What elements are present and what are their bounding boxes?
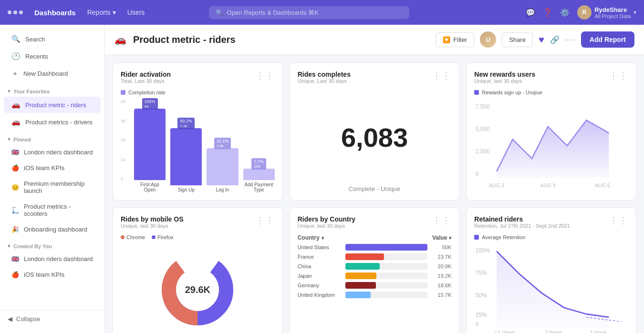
card-subtitle: Unique, last 30 days <box>298 223 355 229</box>
bar-wrap-4: 7.7%293 Add Payment Type <box>243 169 275 192</box>
country-value: 20.9K <box>432 263 451 269</box>
search-icon: 🔍 <box>216 9 223 16</box>
chart-legend: Completion rate <box>121 90 275 95</box>
country-name: United States <box>298 244 341 250</box>
card-title: Rider activation <box>121 71 171 78</box>
card-menu-icon[interactable]: ⋮⋮ <box>609 215 628 226</box>
sidebar-item-london[interactable]: 🇬🇧 London riders dashboard <box>4 145 101 160</box>
help-icon[interactable]: ❓ <box>543 8 552 17</box>
sidebar-item-scooters[interactable]: 🛴 Product metrics - scooters <box>4 199 101 221</box>
nav-users[interactable]: Users <box>127 9 145 16</box>
created-section[interactable]: ▾ Created By You <box>0 237 104 251</box>
global-search[interactable]: 🔍 Open Reports & Dashboards ⌘K <box>209 6 409 19</box>
sidebar-recents-label: Recents <box>25 53 48 60</box>
sidebar: 🔍 Search 🕐 Recents ＋ New Dashboard ▾ You… <box>0 25 105 333</box>
pinned-section[interactable]: ▾ Pinned <box>0 131 104 144</box>
country-bar-wrap <box>345 244 428 251</box>
bar-4: 7.7%293 <box>243 169 275 180</box>
big-number-sub: Complete - Unique <box>298 185 452 192</box>
dashboard-grid: Rider activation Total, Last 30 days ⋮⋮ … <box>105 55 644 333</box>
card-menu-icon[interactable]: ⋮⋮ <box>432 215 451 226</box>
country-bar <box>345 263 380 270</box>
svg-text:0: 0 <box>476 171 479 177</box>
favorites-section[interactable]: ▾ Your Favorites <box>0 82 104 96</box>
favorite-button[interactable]: ♥ <box>539 34 544 45</box>
chevron-icon-2: ▾ <box>449 235 451 241</box>
sidebar-item-premium[interactable]: 😊 Premium membership launch <box>4 176 101 198</box>
card-subtitle: Unique, Last 30 days <box>298 78 351 84</box>
main-content: 🚗 Product metric - riders 🔽 Filter U Sha… <box>105 25 644 333</box>
chevron-down-icon: ▾ <box>8 88 10 94</box>
card-rider-activation: Rider activation Total, Last 30 days ⋮⋮ … <box>113 62 283 201</box>
collapse-button[interactable]: ◀ Collapse <box>0 310 104 327</box>
country-table-header: Country ▾ Value ▾ <box>298 234 452 241</box>
card-menu-icon[interactable]: ⋮⋮ <box>609 71 628 81</box>
bar-label-2: Sign Up <box>177 187 195 192</box>
bar-label-1: First App Open <box>134 182 166 192</box>
card-menu-icon[interactable]: ⋮⋮ <box>432 71 451 81</box>
notification-icon[interactable]: 💬 <box>526 8 535 17</box>
legend-dot <box>474 90 479 95</box>
sidebar-item-created-ios[interactable]: 🍎 iOS team KPIs <box>4 267 101 282</box>
card-title: Rides completes <box>298 71 351 78</box>
country-name: Germany <box>298 283 341 288</box>
sidebar-item-onboarding[interactable]: 🎉 Onboarding dashboard <box>4 222 101 237</box>
card-header: New rewards users Unique, last 30 days ⋮… <box>474 71 628 88</box>
ios-icon: 🍎 <box>11 164 19 172</box>
bar-wrap-1: 100%44 First App Open <box>134 109 166 192</box>
card-subtitle: Total, Last 30 days <box>121 78 171 84</box>
card-retained-riders: Retained riders Retention, Jul 27th 2021… <box>466 207 636 333</box>
table-row: Germany 18.6K <box>298 282 452 289</box>
card-rides-completes: Rides completes Unique, Last 30 days ⋮⋮ … <box>290 62 460 201</box>
sidebar-item-created-london[interactable]: 🇬🇧 London riders dashboard <box>4 252 101 266</box>
svg-text:5,000: 5,000 <box>476 126 490 132</box>
sidebar-item-product-metrics-drivers[interactable]: 🚗 Product metrics - drivers <box>4 114 101 130</box>
party-icon: 🎉 <box>11 226 19 233</box>
card-riders-country: Riders by Country Unique, last 30 days ⋮… <box>290 207 460 333</box>
card-header: Riders by Country Unique, last 30 days ⋮… <box>298 215 452 232</box>
country-bar <box>345 292 371 298</box>
sidebar-item-new-dashboard[interactable]: ＋ New Dashboard <box>4 65 101 82</box>
sidebar-item-search[interactable]: 🔍 Search <box>4 31 101 47</box>
search-icon: 🔍 <box>11 35 21 43</box>
card-menu-icon[interactable]: ⋮⋮ <box>256 71 275 81</box>
country-name: United Kingdom <box>298 292 341 298</box>
flag-uk-icon: 🇬🇧 <box>11 149 19 156</box>
bar-3: 32.1%2.6k <box>207 148 238 185</box>
country-bar-wrap <box>345 282 428 289</box>
nav-reports[interactable]: Reports ▾ <box>87 9 116 16</box>
country-bar <box>345 244 428 251</box>
settings-icon[interactable]: ⚙️ <box>560 8 570 17</box>
bar-1: 100%44 <box>134 109 166 180</box>
chevron-icon: ▾ <box>322 235 324 241</box>
svg-text:7,500: 7,500 <box>476 103 490 110</box>
brand-label[interactable]: Dashboards <box>34 9 76 17</box>
card-menu-icon[interactable]: ⋮⋮ <box>256 215 275 226</box>
bar-tag-2: 80.2%7.2k <box>177 118 195 129</box>
card-rides-mobile-os: Rides by mobile OS Unique, last 30 days … <box>113 207 283 333</box>
sidebar-item-ios[interactable]: 🍎 iOS team KPIs <box>4 161 101 175</box>
user-menu[interactable]: R RydeShare All Project Data ▾ <box>577 5 636 20</box>
line-chart-wrap: 7,500 5,000 2,500 0 <box>474 99 628 192</box>
page-icon: 🚗 <box>114 34 126 45</box>
collaborator-avatar: U <box>480 31 496 48</box>
bar-label-3: Log In <box>216 187 229 192</box>
more-options-button[interactable]: ··· <box>565 35 575 45</box>
table-row: China 20.9K <box>298 263 452 270</box>
sidebar-item-recents[interactable]: 🕐 Recents <box>4 48 101 64</box>
smile-icon: 😊 <box>11 184 19 191</box>
filter-button[interactable]: 🔽 Filter <box>436 32 474 47</box>
svg-text:25%: 25% <box>476 312 487 318</box>
main-header: 🚗 Product metric - riders 🔽 Filter U Sha… <box>105 25 644 55</box>
sidebar-item-product-metric-riders[interactable]: 🚗 Product metric - riders <box>4 97 101 113</box>
link-button[interactable]: 🔗 <box>550 35 560 44</box>
svg-text:AUG 6: AUG 6 <box>595 182 610 188</box>
country-name: France <box>298 254 341 260</box>
add-report-button[interactable]: Add Report <box>581 31 634 48</box>
bar-tag-3: 32.1%2.6k <box>214 138 231 149</box>
donut-center-value: 29.6K <box>185 284 210 295</box>
card-new-rewards: New rewards users Unique, last 30 days ⋮… <box>466 62 636 201</box>
share-button[interactable]: Share <box>502 32 533 47</box>
country-value: 18.6K <box>432 283 451 288</box>
bar-tag-4: 7.7%293 <box>251 158 266 170</box>
